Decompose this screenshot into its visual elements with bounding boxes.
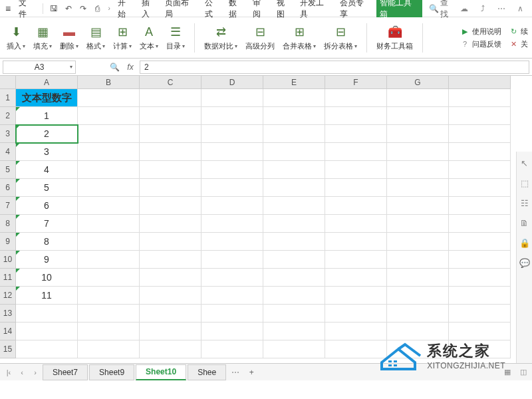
tab-review[interactable]: 审阅 xyxy=(249,0,272,17)
cell[interactable] xyxy=(140,89,201,107)
tab-smart-toolbox[interactable]: 智能工具箱 xyxy=(376,0,423,17)
ribbon-split-tbl[interactable]: ⊟拆分表格▾ xyxy=(321,24,360,51)
help-link[interactable]: ▶使用说明 ↻续 xyxy=(460,27,528,37)
cell[interactable] xyxy=(140,287,201,305)
cell[interactable] xyxy=(449,323,511,340)
cell[interactable] xyxy=(201,287,263,305)
cell[interactable]: 8 xyxy=(16,233,78,251)
file-menu[interactable]: 文件 xyxy=(15,0,39,20)
cell[interactable]: 3 xyxy=(16,143,78,161)
tab-member[interactable]: 会员专享 xyxy=(336,0,375,17)
col-header[interactable]: A xyxy=(16,76,78,89)
tab-devtools[interactable]: 开发工具 xyxy=(297,0,335,17)
tab-start[interactable]: 开始 xyxy=(114,0,137,17)
fx-icon[interactable]: fx xyxy=(124,61,137,74)
cell[interactable] xyxy=(449,143,511,161)
chat-icon[interactable]: 💬 xyxy=(519,257,531,269)
view-icon[interactable]: ▦ xyxy=(501,366,513,378)
undo-icon[interactable]: ↶ xyxy=(62,2,75,15)
row-header[interactable]: 1 xyxy=(0,89,16,107)
cell[interactable] xyxy=(449,269,511,287)
cell[interactable] xyxy=(140,161,201,179)
cell[interactable] xyxy=(263,251,325,269)
cell[interactable] xyxy=(140,179,201,197)
name-box[interactable]: A3 ▾ xyxy=(3,61,76,74)
col-header[interactable]: F xyxy=(325,76,387,89)
sheet-add-icon[interactable]: + xyxy=(245,366,258,379)
cell[interactable] xyxy=(263,179,325,197)
cell[interactable] xyxy=(387,179,449,197)
cell[interactable] xyxy=(387,161,449,179)
ribbon-text[interactable]: A文本▾ xyxy=(137,24,161,51)
cell[interactable] xyxy=(78,89,140,107)
cell[interactable] xyxy=(387,305,449,323)
cell[interactable] xyxy=(201,89,263,107)
cell[interactable]: 11 xyxy=(16,287,78,305)
cell[interactable] xyxy=(78,323,140,340)
col-header[interactable]: E xyxy=(263,76,325,89)
cell[interactable] xyxy=(201,305,263,323)
sheet-first-icon[interactable]: |‹ xyxy=(3,366,15,378)
cell[interactable] xyxy=(387,125,449,143)
cell[interactable] xyxy=(387,287,449,305)
sheet-tab[interactable]: Sheet7 xyxy=(43,364,88,380)
cell[interactable] xyxy=(325,179,387,197)
sheet-prev-icon[interactable]: ‹ xyxy=(16,366,28,378)
ribbon-compare[interactable]: ⇄数据对比▾ xyxy=(201,24,240,51)
ribbon-finance[interactable]: 🧰财务工具箱 xyxy=(374,24,416,51)
col-header[interactable] xyxy=(449,76,511,89)
ribbon-calc[interactable]: ⊞计算▾ xyxy=(110,24,134,51)
cell[interactable] xyxy=(449,179,511,197)
ribbon-split-col[interactable]: ⊟高级分列 xyxy=(243,24,277,51)
sheet-tab[interactable]: Shee xyxy=(188,364,226,380)
cell[interactable] xyxy=(387,215,449,233)
row-header[interactable]: 12 xyxy=(0,287,16,305)
cell[interactable] xyxy=(201,125,263,143)
cell[interactable] xyxy=(387,251,449,269)
row-header[interactable]: 6 xyxy=(0,179,16,197)
cell[interactable] xyxy=(263,269,325,287)
cell[interactable] xyxy=(263,143,325,161)
cell[interactable] xyxy=(263,233,325,251)
split-icon[interactable]: ◫ xyxy=(517,366,529,378)
tab-layout[interactable]: 页面布局 xyxy=(162,0,200,17)
sheet-more-icon[interactable]: ⋯ xyxy=(227,368,243,377)
ribbon-delete[interactable]: ▬删除▾ xyxy=(57,24,81,51)
cell[interactable] xyxy=(325,305,387,323)
cell[interactable] xyxy=(78,305,140,323)
cell[interactable] xyxy=(140,323,201,340)
cell[interactable] xyxy=(16,340,78,358)
cell[interactable] xyxy=(78,251,140,269)
row-header[interactable]: 2 xyxy=(0,107,16,125)
cell[interactable] xyxy=(387,197,449,215)
cell[interactable]: 4 xyxy=(16,161,78,179)
formula-input[interactable]: 2 xyxy=(140,61,529,74)
save-icon[interactable]: 🖫 xyxy=(47,2,61,15)
feedback-link[interactable]: ?问题反馈 ✕关 xyxy=(460,39,528,49)
search-box[interactable]: 🔍 查找 xyxy=(429,0,456,20)
cell[interactable] xyxy=(325,287,387,305)
cell[interactable] xyxy=(387,107,449,125)
cell[interactable] xyxy=(78,287,140,305)
cell[interactable] xyxy=(449,305,511,323)
cell[interactable] xyxy=(449,287,511,305)
tab-view[interactable]: 视图 xyxy=(273,0,296,17)
cell[interactable] xyxy=(325,233,387,251)
cell[interactable]: 5 xyxy=(16,179,78,197)
cell[interactable] xyxy=(201,340,263,358)
cell[interactable] xyxy=(140,269,201,287)
row-header[interactable]: 11 xyxy=(0,269,16,287)
cell[interactable] xyxy=(16,323,78,340)
col-header[interactable]: G xyxy=(387,76,449,89)
ribbon-toc[interactable]: ☰目录▾ xyxy=(164,24,188,51)
cell[interactable]: 9 xyxy=(16,251,78,269)
row-header[interactable]: 8 xyxy=(0,215,16,233)
cell[interactable] xyxy=(78,340,140,358)
cell[interactable] xyxy=(78,107,140,125)
cell[interactable] xyxy=(449,125,511,143)
print-icon[interactable]: ⎙ xyxy=(91,2,104,15)
cell[interactable]: 2 xyxy=(16,125,78,143)
lock-icon[interactable]: 🔒 xyxy=(519,237,531,249)
row-header[interactable]: 3 xyxy=(0,125,16,143)
cell[interactable] xyxy=(78,269,140,287)
